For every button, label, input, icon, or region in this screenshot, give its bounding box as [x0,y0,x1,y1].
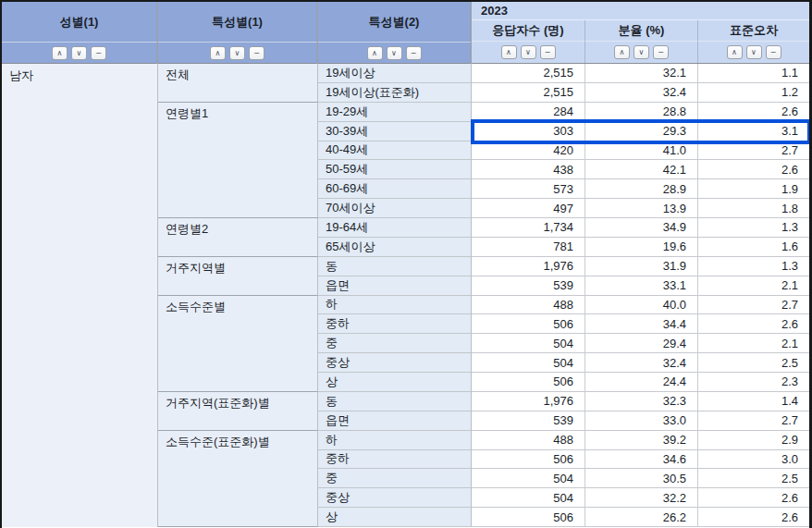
value-cell[interactable]: 506 [472,508,585,527]
value-cell[interactable]: 1.8 [698,199,809,218]
value-cell[interactable]: 504 [472,353,585,373]
collapse-icon[interactable]: − [766,45,781,59]
collapse-icon[interactable]: − [540,45,556,59]
value-cell[interactable]: 2.5 [698,353,809,373]
header-characteristic2-col: 특성별(2) [318,2,472,42]
value-cell[interactable]: 2.7 [698,411,809,431]
value-cell[interactable]: 1.4 [698,392,809,411]
value-cell[interactable]: 1.6 [698,238,809,257]
value-cell[interactable]: 32.2 [585,488,698,508]
value-cell[interactable]: 32.4 [585,353,698,373]
value-cell[interactable]: 2.1 [698,276,809,296]
category-cell: 중상 [318,488,472,508]
value-cell[interactable]: 1.9 [698,179,809,199]
value-cell[interactable]: 438 [472,160,585,179]
value-cell[interactable]: 30.5 [585,469,698,488]
value-cell[interactable]: 19.6 [585,238,698,257]
value-cell[interactable]: 2.3 [698,373,809,392]
value-cell[interactable]: 1.3 [698,218,809,238]
value-cell[interactable]: 28.8 [585,103,698,122]
sort-up-icon[interactable]: ∧ [52,46,68,60]
category-cell: 동 [318,257,472,276]
value-cell[interactable]: 1,734 [472,218,585,238]
value-cell[interactable]: 497 [472,199,585,218]
value-cell[interactable]: 31.9 [585,257,698,276]
value-cell[interactable]: 26.2 [585,508,698,527]
value-cell[interactable]: 2.7 [698,296,809,315]
value-cell[interactable]: 1,976 [472,392,585,411]
sort-up-icon[interactable]: ∧ [614,45,630,59]
sort-down-icon[interactable]: ∨ [387,46,402,60]
value-cell[interactable]: 33.0 [585,411,698,431]
value-cell[interactable]: 284 [472,103,585,122]
value-cell[interactable]: 2.5 [698,469,809,488]
value-cell[interactable]: 3.0 [698,450,809,470]
respondents-col-controls: ∧ ∨ − [472,41,585,63]
value-cell[interactable]: 34.4 [585,314,698,334]
value-cell[interactable]: 32.3 [585,392,698,411]
value-cell[interactable]: 2.9 [698,431,809,450]
value-cell[interactable]: 3.1 [698,122,809,141]
value-cell[interactable]: 2.6 [698,314,809,334]
value-cell[interactable]: 42.1 [585,160,698,179]
value-cell[interactable]: 1,976 [472,257,585,276]
sort-up-icon[interactable]: ∧ [367,46,383,60]
value-cell[interactable]: 41.0 [585,141,698,161]
sort-down-icon[interactable]: ∨ [746,45,762,59]
gender-cell: 남자 [2,64,158,527]
value-cell[interactable]: 504 [472,488,585,508]
value-cell[interactable]: 2.7 [698,141,809,161]
characteristic1-col-controls: ∧ ∨ − [158,42,318,64]
value-cell[interactable]: 1.2 [698,83,809,103]
group-cell: 거주지역별 [158,257,318,296]
value-cell[interactable]: 33.1 [585,276,698,296]
value-cell[interactable]: 504 [472,469,585,488]
sort-up-icon[interactable]: ∧ [210,46,226,60]
value-cell[interactable]: 2.1 [698,334,809,353]
value-cell[interactable]: 2.6 [698,488,809,508]
value-cell[interactable]: 32.4 [585,83,698,103]
value-cell[interactable]: 2.6 [698,103,809,122]
value-cell[interactable]: 32.1 [585,64,698,83]
sort-up-icon[interactable]: ∧ [501,45,517,59]
value-cell[interactable]: 29.3 [585,122,698,141]
value-cell[interactable]: 781 [472,238,585,257]
value-cell[interactable]: 488 [472,431,585,450]
sort-down-icon[interactable]: ∨ [634,45,649,59]
value-cell[interactable]: 573 [472,179,585,199]
value-cell[interactable]: 24.4 [585,373,698,392]
value-cell[interactable]: 39.2 [585,431,698,450]
value-cell[interactable]: 2.6 [698,508,809,527]
value-cell[interactable]: 504 [472,334,585,353]
value-cell[interactable]: 2,515 [472,83,585,103]
value-cell[interactable]: 34.6 [585,450,698,470]
value-cell[interactable]: 1.3 [698,257,809,276]
collapse-icon[interactable]: − [406,46,422,60]
category-cell: 상 [318,373,472,392]
collapse-icon[interactable]: − [91,46,106,60]
value-cell[interactable]: 420 [472,141,585,161]
value-cell[interactable]: 29.4 [585,334,698,353]
value-cell[interactable]: 13.9 [585,199,698,218]
category-cell: 19-29세 [318,103,472,122]
value-cell[interactable]: 506 [472,373,585,392]
sort-down-icon[interactable]: ∨ [229,46,245,60]
value-cell[interactable]: 1.1 [698,64,809,83]
value-cell[interactable]: 28.9 [585,179,698,199]
gender-col-controls: ∧ ∨ − [2,42,158,64]
value-cell[interactable]: 2,515 [472,64,585,83]
value-cell[interactable]: 506 [472,450,585,470]
collapse-icon[interactable]: − [249,46,265,60]
collapse-icon[interactable]: − [653,45,669,59]
sort-down-icon[interactable]: ∨ [521,45,536,59]
value-cell[interactable]: 506 [472,314,585,334]
sort-up-icon[interactable]: ∧ [727,45,743,59]
value-cell[interactable]: 2.6 [698,160,809,179]
sort-down-icon[interactable]: ∨ [71,46,87,60]
value-cell[interactable]: 34.9 [585,218,698,238]
value-cell[interactable]: 40.0 [585,296,698,315]
value-cell[interactable]: 539 [472,411,585,431]
value-cell[interactable]: 539 [472,276,585,296]
value-cell[interactable]: 303 [472,122,585,141]
value-cell[interactable]: 488 [472,296,585,315]
